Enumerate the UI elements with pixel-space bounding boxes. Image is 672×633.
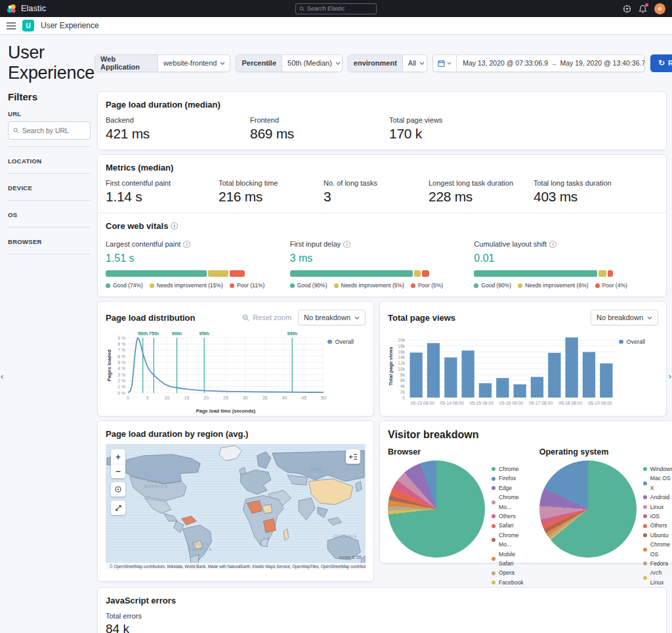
sidebar-filter-browser[interactable]: BROWSER: [8, 227, 91, 255]
world-map-canvas[interactable]: NORTHAMERICASOUTHAMERICAASIAOCEANIA: [106, 444, 366, 570]
legend-item-others[interactable]: Others: [492, 512, 524, 521]
dashboard-main: Page load duration (median) Backend421 m…: [97, 90, 672, 633]
percentile-select[interactable]: Percentile 50th (Median): [236, 54, 342, 72]
reset-zoom-button[interactable]: Reset zoom: [242, 314, 291, 321]
info-icon[interactable]: i: [343, 241, 350, 248]
sidebar-filter-os[interactable]: OS: [8, 200, 91, 227]
legend-item-arch-linux[interactable]: Arch Linux: [643, 568, 672, 587]
breakdown-select[interactable]: No breakdown: [591, 310, 658, 325]
notifications-bell-icon[interactable]: [639, 5, 647, 13]
cwv-distribution-bar: [474, 270, 613, 277]
global-search-input[interactable]: [295, 3, 377, 14]
calendar-dropdown-button[interactable]: [433, 55, 457, 71]
legend-item-opera[interactable]: Opera: [492, 568, 524, 577]
percentile-value: 50th (Median): [282, 59, 335, 67]
legend-item-facebook[interactable]: Facebook: [492, 578, 524, 587]
ux-app-icon[interactable]: U: [22, 20, 34, 31]
legend-item-chrome-os[interactable]: Chrome OS: [643, 540, 672, 559]
map-zoom-out-button[interactable]: −: [111, 464, 125, 478]
global-search-field[interactable]: [307, 5, 373, 12]
svg-text:10k: 10k: [398, 367, 405, 371]
svg-text:Pages loaded: Pages loaded: [106, 349, 112, 381]
search-icon: [299, 6, 304, 12]
total-errors-value: 84 k: [106, 622, 658, 633]
legend-item-mobile-safari[interactable]: Mobile Safari: [492, 550, 524, 569]
cwv-legend-item: Good (90%): [474, 282, 511, 289]
url-search-input[interactable]: [22, 127, 85, 134]
breadcrumb: User Experience: [41, 21, 99, 30]
magnifier-zoom-icon: [242, 314, 249, 321]
svg-text:50th: 50th: [138, 331, 148, 337]
sidebar-filter-device[interactable]: DEVICE: [8, 173, 91, 200]
legend-item-edge[interactable]: Edge: [492, 483, 524, 493]
pie-group-operating-system: Operating systemWindowsMac OS XAndroidLi…: [539, 447, 672, 587]
cloud-icon[interactable]: [623, 5, 631, 13]
chart-legend-item[interactable]: Overall: [327, 338, 364, 345]
legend-item-mac-os-x[interactable]: Mac OS X: [643, 474, 672, 493]
brand-name: Elastic: [21, 4, 46, 13]
map-fullscreen-button[interactable]: [111, 500, 125, 515]
chevron-down-icon: [447, 62, 452, 65]
page-title: User Experience: [8, 43, 94, 83]
elastic-logo-icon: [7, 4, 16, 14]
map-fit-bounds-button[interactable]: [111, 482, 125, 497]
legend-item-ubuntu[interactable]: Ubuntu: [643, 531, 672, 540]
svg-text:25: 25: [223, 396, 228, 400]
legend-item-android[interactable]: Android: [643, 493, 672, 502]
chevron-down-icon: [220, 62, 230, 65]
page-scroll-left-icon[interactable]: ‹: [1, 371, 3, 381]
svg-text:8k: 8k: [400, 373, 406, 377]
cwv-legend-item: Needs improvement (5%): [334, 282, 404, 289]
svg-text:0 %: 0 %: [117, 391, 125, 396]
legend-item-windows[interactable]: Windows: [643, 464, 672, 474]
notification-dot: [645, 3, 648, 7]
breakdown-select[interactable]: No breakdown: [298, 310, 366, 325]
sidebar-filter-location[interactable]: LOCATION: [8, 146, 91, 173]
total-page-views-chart[interactable]: 02k4k6k8k10k12k14k16k18k20k05-13 08:0005…: [388, 328, 658, 417]
environment-select[interactable]: environment All: [348, 54, 427, 72]
legend-item-chrome-mo[interactable]: Chrome Mo...: [492, 531, 524, 550]
svg-text:1 %: 1 %: [117, 384, 125, 389]
legend-item-chrome-mo[interactable]: Chrome Mo...: [492, 493, 524, 512]
web-application-select[interactable]: Web Application website-frontend: [94, 54, 230, 72]
pie-chart-operating-system[interactable]: [539, 460, 637, 558]
date-range-picker[interactable]: May 13, 2020 @ 07:33:06.9 → May 19, 2020…: [432, 54, 645, 72]
info-icon[interactable]: i: [171, 222, 178, 230]
url-search-box[interactable]: [8, 121, 91, 140]
filters-title: Filters: [8, 91, 91, 102]
map-zoom-in-button[interactable]: +: [111, 449, 125, 464]
refresh-button[interactable]: ↻ Refresh: [650, 54, 672, 72]
pie-chart-browser[interactable]: [388, 460, 485, 558]
svg-text:05-18 08:00: 05-18 08:00: [558, 401, 583, 405]
svg-text:0: 0: [127, 396, 129, 400]
svg-text:SOUTHAMERICA: SOUTHAMERICA: [188, 542, 212, 552]
percentile-label: Percentile: [236, 55, 282, 71]
info-icon[interactable]: i: [183, 241, 190, 248]
legend-item-ios[interactable]: iOS: [643, 512, 672, 521]
svg-text:05-19 08:00: 05-19 08:00: [588, 401, 612, 405]
page-load-distribution-panel: Page load distribution Reset zoom No bre…: [97, 301, 374, 417]
stat-frontend: Frontend869 ms: [250, 116, 389, 142]
cwv-legend-item: Poor (5%): [411, 282, 443, 289]
svg-text:05-16 08:00: 05-16 08:00: [499, 401, 524, 405]
legend-item-fedora[interactable]: Fedora: [643, 559, 672, 568]
legend-item-safari[interactable]: Safari: [492, 521, 524, 530]
chart-legend-item[interactable]: Overall: [619, 338, 656, 345]
info-icon[interactable]: i: [549, 241, 556, 248]
legend-item-firefox[interactable]: Firefox: [492, 474, 524, 483]
svg-text:05-13 08:00: 05-13 08:00: [410, 401, 434, 405]
menu-hamburger-icon[interactable]: [7, 22, 16, 30]
filters-sidebar: Filters URL LOCATIONDEVICEOSBROWSER: [0, 90, 97, 255]
map-layers-toggle[interactable]: [346, 449, 360, 464]
cwv-first-input-delay: First input delayi3 msGood (90%)Needs im…: [290, 240, 474, 289]
date-range-value[interactable]: May 13, 2020 @ 07:33:06.9 → May 19, 2020…: [457, 59, 645, 67]
page-load-distribution-chart[interactable]: 051015202530354045500 %1 %2 %3 %4 %5 %6 …: [106, 328, 366, 415]
world-map[interactable]: NORTHAMERICASOUTHAMERICAASIAOCEANIA + −: [106, 444, 366, 570]
page-scroll-right-icon[interactable]: ›: [669, 371, 671, 381]
legend-item-linux[interactable]: Linux: [643, 502, 672, 512]
web-application-value: website-frontend: [158, 59, 220, 67]
user-avatar[interactable]: o: [654, 3, 665, 14]
svg-text:6 %: 6 %: [117, 354, 125, 359]
legend-item-chrome[interactable]: Chrome: [492, 464, 524, 474]
legend-item-others[interactable]: Others: [643, 521, 672, 530]
